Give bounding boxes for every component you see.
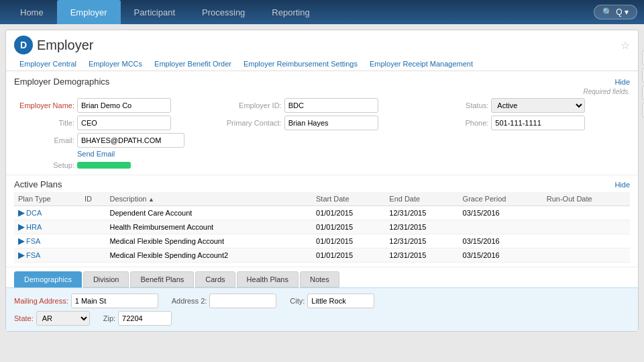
col-end-date[interactable]: End Date bbox=[385, 192, 458, 206]
search-box[interactable]: 🔍 Q ▾ bbox=[594, 5, 637, 19]
subnav-employer-benefit-order[interactable]: Employer Benefit Order bbox=[149, 57, 237, 71]
expand-button[interactable]: ▶ bbox=[18, 251, 24, 260]
col-start-date[interactable]: Start Date bbox=[312, 192, 385, 206]
employer-name-input[interactable] bbox=[77, 98, 171, 113]
tab-notes[interactable]: Notes bbox=[300, 271, 339, 287]
mailing-address-input[interactable] bbox=[71, 293, 158, 308]
plan-type-link[interactable]: DCA bbox=[26, 209, 42, 217]
subnav-employer-reimbursement-settings[interactable]: Employer Reimbursement Settings bbox=[238, 57, 363, 71]
col-id[interactable]: ID bbox=[80, 192, 105, 206]
plan-type-link[interactable]: FSA bbox=[26, 237, 40, 245]
table-row[interactable]: ▶ DCA Dependent Care Account 01/01/2015 … bbox=[14, 206, 630, 220]
plan-id-cell bbox=[80, 220, 105, 234]
sub-navigation: Employer Central Employer MCCs Employer … bbox=[6, 57, 638, 71]
plan-grace-period-cell: 03/15/2016 bbox=[459, 248, 543, 263]
plan-end-date-cell: 12/31/2015 bbox=[385, 234, 458, 248]
plan-id-cell bbox=[80, 234, 105, 248]
email-label: Email: bbox=[14, 136, 74, 144]
plan-type-link[interactable]: FSA bbox=[26, 251, 40, 259]
table-row[interactable]: ▶ FSA Medical Flexible Spending Account2… bbox=[14, 248, 630, 263]
expand-button[interactable]: ▶ bbox=[18, 222, 24, 232]
plan-expand-cell: ▶ FSA bbox=[14, 234, 80, 248]
col-description[interactable]: Description bbox=[105, 192, 312, 206]
phone-label: Phone: bbox=[428, 119, 488, 127]
plan-start-date-cell: 01/01/2015 bbox=[312, 206, 385, 220]
employer-id-field: Employer ID: bbox=[221, 98, 423, 113]
employer-demographics-section: Employer Demographics Hide Required fiel… bbox=[6, 71, 638, 175]
plan-end-date-cell: 12/31/2015 bbox=[385, 220, 458, 234]
plan-run-out-date-cell bbox=[543, 220, 630, 234]
send-email-link[interactable]: Send Email bbox=[77, 150, 115, 158]
employer-id-label: Employer ID: bbox=[221, 101, 282, 109]
nav-home[interactable]: Home bbox=[7, 0, 57, 24]
active-plans-section: Active Plans Hide Plan Type ID Descripti… bbox=[6, 175, 638, 267]
employer-card: D Employer ☆ Employer Central Employer M… bbox=[5, 30, 639, 332]
active-plans-hide-link[interactable]: Hide bbox=[614, 181, 630, 189]
tab-cards[interactable]: Cards bbox=[195, 271, 235, 287]
tab-health-plans[interactable]: Health Plans bbox=[237, 271, 299, 287]
city-label: City: bbox=[290, 297, 305, 305]
demographics-form: Employer Name: Employer ID: Status: Acti… bbox=[14, 98, 630, 113]
zip-input[interactable] bbox=[118, 311, 172, 326]
plan-grace-period-cell bbox=[459, 220, 543, 234]
tabs-bar: Demographics Division Benefit Plans Card… bbox=[6, 267, 638, 287]
zip-field: Zip: bbox=[103, 311, 172, 326]
search-dropdown[interactable]: Q ▾ bbox=[616, 7, 629, 17]
title-input[interactable] bbox=[77, 116, 171, 130]
nav-reporting[interactable]: Reporting bbox=[258, 0, 323, 24]
phone-input[interactable] bbox=[491, 116, 585, 130]
expand-button[interactable]: ▶ bbox=[18, 236, 24, 246]
tab-demographics[interactable]: Demographics bbox=[14, 271, 82, 287]
zip-label: Zip: bbox=[103, 314, 115, 322]
nav-participant[interactable]: Participant bbox=[121, 0, 189, 24]
col-grace-period[interactable]: Grace Period bbox=[459, 192, 543, 206]
state-select[interactable]: AR AL bbox=[36, 311, 90, 326]
demographics-form-row2: Title: Primary Contact: Phone: bbox=[14, 116, 630, 130]
primary-contact-label: Primary Contact: bbox=[221, 119, 282, 127]
plans-table: Plan Type ID Description Start Date End … bbox=[14, 192, 630, 263]
nav-processing[interactable]: Processing bbox=[189, 0, 258, 24]
plan-grace-period-cell: 03/15/2016 bbox=[459, 234, 543, 248]
tab-benefit-plans[interactable]: Benefit Plans bbox=[130, 271, 194, 287]
plan-end-date-cell: 12/31/2015 bbox=[385, 248, 458, 263]
plan-description-cell: Medical Flexible Spending Account bbox=[105, 234, 312, 248]
status-select[interactable]: Active Inactive bbox=[491, 98, 585, 113]
search-icon: 🔍 bbox=[602, 7, 612, 17]
subnav-employer-mccs[interactable]: Employer MCCs bbox=[83, 57, 148, 71]
plan-run-out-date-cell bbox=[543, 234, 630, 248]
demographics-hide-link[interactable]: Hide bbox=[614, 78, 630, 86]
col-run-out-date[interactable]: Run-Out Date bbox=[543, 192, 630, 206]
city-input[interactable] bbox=[307, 293, 374, 308]
tab-division[interactable]: Division bbox=[83, 271, 129, 287]
table-row[interactable]: ▶ FSA Medical Flexible Spending Account … bbox=[14, 234, 630, 248]
demographics-form-fields-row2: State: AR AL Zip: bbox=[14, 311, 630, 326]
address2-input[interactable] bbox=[209, 293, 276, 308]
plan-run-out-date-cell bbox=[543, 248, 630, 263]
plan-end-date-cell: 12/31/2015 bbox=[385, 206, 458, 220]
table-row[interactable]: ▶ HRA Health Reimbursement Account 01/01… bbox=[14, 220, 630, 234]
subnav-employer-receipt-management[interactable]: Employer Receipt Management bbox=[364, 57, 478, 71]
employer-id-input[interactable] bbox=[284, 98, 378, 113]
favorite-star-icon[interactable]: ☆ bbox=[621, 39, 630, 52]
plan-type-link[interactable]: HRA bbox=[26, 223, 42, 231]
required-note: Required fields. bbox=[14, 88, 630, 95]
card-header: D Employer ☆ bbox=[6, 30, 638, 57]
plan-description-cell: Medical Flexible Spending Account2 bbox=[105, 248, 312, 263]
phone-field: Phone: bbox=[428, 116, 630, 130]
state-field: State: AR AL bbox=[14, 311, 90, 326]
employer-name-label: Employer Name: bbox=[14, 101, 74, 109]
expand-button[interactable]: ▶ bbox=[18, 208, 24, 218]
active-plans-header: Active Plans Hide bbox=[14, 179, 630, 189]
primary-contact-field: Primary Contact: bbox=[221, 116, 423, 130]
status-field: Status: Active Inactive bbox=[428, 98, 630, 113]
active-plans-title: Active Plans bbox=[14, 179, 62, 189]
subnav-employer-central[interactable]: Employer Central bbox=[14, 57, 82, 71]
nav-employer[interactable]: Employer bbox=[57, 0, 121, 24]
primary-contact-input[interactable] bbox=[284, 116, 378, 130]
col-plan-type[interactable]: Plan Type bbox=[14, 192, 80, 206]
main-content: D Employer ☆ Employer Central Employer M… bbox=[0, 24, 644, 362]
email-input[interactable] bbox=[77, 133, 184, 148]
demographics-tab-content: Mailing Address: Address 2: City: State:… bbox=[6, 287, 638, 331]
demographics-title: Employer Demographics bbox=[14, 77, 109, 87]
setup-label: Setup: bbox=[14, 161, 74, 169]
